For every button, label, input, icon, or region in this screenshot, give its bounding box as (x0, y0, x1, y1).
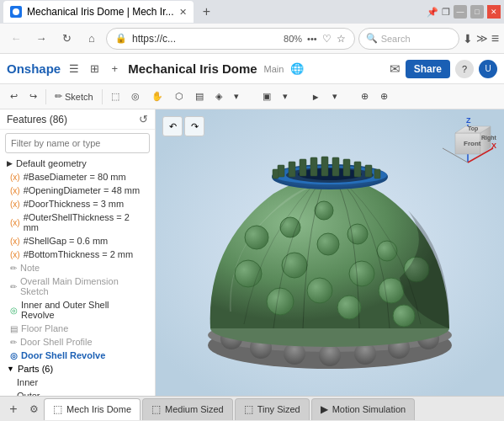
avatar[interactable]: U (479, 60, 497, 78)
svg-rect-34 (310, 157, 317, 176)
new-tab-button[interactable]: + (197, 2, 217, 22)
list-item[interactable]: (x) #OuterShellThickness = 2 mm (0, 210, 155, 234)
app-right-controls: ✉ Share ? U (390, 60, 497, 78)
list-item[interactable]: ◎ Inner and Outer Shell Revolve (0, 298, 155, 322)
grid-menu-icon[interactable]: ⊞ (86, 61, 103, 77)
back-button[interactable]: ← (5, 28, 27, 50)
more-options-button[interactable]: ⚙ (24, 399, 44, 419)
close-button[interactable]: ✕ (487, 5, 501, 19)
extend-icon[interactable]: ≫ (476, 32, 488, 45)
tool-5[interactable]: ▤ (190, 87, 209, 107)
svg-rect-33 (300, 159, 306, 176)
svg-rect-37 (343, 159, 350, 176)
search-placeholder: Search (381, 34, 411, 44)
svg-point-26 (377, 241, 397, 261)
browser-tab[interactable]: Mechanical Iris Dome | Mech Ir... ✕ (3, 1, 194, 23)
reload-button[interactable]: ↻ (56, 28, 77, 50)
parts-group-header[interactable]: ▼ Parts (6) (0, 362, 155, 376)
home-button[interactable]: ⌂ (81, 28, 103, 50)
svg-point-15 (282, 253, 307, 278)
filter-input[interactable] (5, 133, 150, 153)
svg-text:Front: Front (464, 140, 481, 147)
plane-icon: ▤ (10, 324, 18, 333)
address-bar[interactable]: 🔒 https://c... 80% ••• ♡ ☆ (106, 28, 355, 50)
svg-point-24 (315, 201, 333, 220)
rotate-left-btn[interactable]: ↶ (162, 116, 183, 136)
viewport-arrows: ↶ ↷ (162, 116, 204, 136)
help-button[interactable]: ? (455, 60, 474, 78)
list-item[interactable]: (x) #BaseDiameter = 80 mm (0, 170, 155, 184)
list-item[interactable]: ✏ Door Shell Profile (0, 335, 155, 349)
search-bar[interactable]: 🔍 Search (358, 28, 459, 50)
rotate-right-btn[interactable]: ↷ (184, 116, 204, 136)
document-title: Mechanical Iris Dome (128, 61, 257, 76)
tab-title: Mechanical Iris Dome | Mech Ir... (27, 6, 174, 18)
svg-point-23 (393, 305, 415, 327)
restore-icon[interactable]: ❐ (442, 7, 450, 18)
list-item[interactable]: ✏ Note (0, 261, 155, 274)
svg-rect-35 (321, 157, 328, 176)
bottom-tabs: + ⚙ ⬚ Mech Iris Dome ⬚ Medium Sized ⬚ Ti… (0, 396, 504, 421)
url-text: https://c... (132, 33, 279, 45)
tab-mech-iris-dome[interactable]: ⬚ Mech Iris Dome (44, 398, 141, 420)
add-tab-button[interactable]: + (3, 399, 24, 419)
pin-icon[interactable]: 📌 (427, 7, 438, 18)
redo-button[interactable]: ↪ (24, 87, 42, 107)
svg-point-21 (379, 278, 404, 303)
orientation-cube[interactable]: Z X Front Right Top (438, 116, 497, 175)
browser-menu-icon[interactable]: ≡ (491, 31, 499, 46)
branch-icon[interactable]: 🌐 (289, 61, 305, 77)
tab-close-btn[interactable]: ✕ (179, 7, 187, 18)
svg-text:Top: Top (468, 125, 478, 132)
tool-6[interactable]: ◈ (210, 87, 227, 107)
list-item[interactable]: Inner (0, 376, 155, 389)
tool-10[interactable]: ► (306, 87, 326, 107)
add-icon[interactable]: + (106, 61, 123, 77)
list-item[interactable]: (x) #ShellGap = 0.6 mm (0, 234, 155, 248)
feature-list: ▶ Default geometry (x) #BaseDiameter = 8… (0, 157, 155, 396)
tool-9[interactable]: ▾ (278, 87, 305, 107)
tool-3[interactable]: ✋ (146, 87, 168, 107)
3d-viewport[interactable]: Z X Front Right Top ↶ ↷ (156, 109, 504, 396)
minimize-button[interactable]: — (454, 5, 467, 19)
tool-11[interactable]: ▾ (327, 87, 354, 107)
svg-text:Z: Z (466, 116, 471, 125)
svg-rect-32 (289, 162, 295, 177)
maximize-button[interactable]: □ (470, 5, 484, 19)
feature-group-default-geometry[interactable]: ▶ Default geometry (0, 157, 155, 170)
forward-button[interactable]: → (30, 28, 52, 50)
svg-point-7 (319, 344, 341, 366)
svg-text:Right: Right (481, 135, 497, 141)
tool-8[interactable]: ▣ (257, 87, 276, 107)
tool-7[interactable]: ▾ (229, 87, 256, 107)
bookmark-icon[interactable]: ♡ (322, 33, 332, 45)
list-item[interactable]: (x) #DoorThickness = 3 mm (0, 197, 155, 210)
tab-motion-simulation[interactable]: ▶ Motion Simulation (311, 398, 415, 420)
undo-button[interactable]: ↩ (5, 87, 23, 107)
tool-12[interactable]: ⊕ (356, 87, 374, 107)
list-item[interactable]: (x) #BottomThickness = 2 mm (0, 248, 155, 261)
sketch-button[interactable]: ✏ Sketch (50, 87, 98, 107)
share-button[interactable]: Share (406, 60, 450, 78)
tool-13[interactable]: ⊕ (375, 87, 393, 107)
variable-icon: (x) (10, 250, 20, 259)
tab-medium-sized[interactable]: ⬚ Medium Sized (142, 398, 233, 420)
download-icon[interactable]: ⬇ (463, 32, 473, 45)
svg-point-20 (337, 296, 361, 319)
message-icon[interactable]: ✉ (390, 61, 401, 77)
variable-icon: (x) (10, 173, 20, 182)
list-item[interactable]: ▤ Floor Plane (0, 322, 155, 335)
list-item[interactable]: ✏ Overall Main Dimension Sketch (0, 274, 155, 298)
tool-1[interactable]: ⬚ (106, 87, 125, 107)
list-item[interactable]: Outer (0, 389, 155, 396)
star-icon[interactable]: ☆ (337, 33, 346, 45)
tool-4[interactable]: ⬡ (170, 87, 188, 107)
list-item[interactable]: (x) #OpeningDiameter = 48 mm (0, 184, 155, 197)
tab-icon: ⬚ (53, 403, 62, 415)
tool-2[interactable]: ◎ (126, 87, 145, 107)
refresh-icon[interactable]: ↺ (139, 113, 148, 125)
more-options[interactable]: ••• (307, 34, 317, 44)
hamburger-menu-icon[interactable]: ☰ (66, 61, 82, 77)
tab-tiny-sized[interactable]: ⬚ Tiny Sized (235, 398, 310, 420)
list-item-active[interactable]: ◎ Door Shell Revolve (0, 349, 155, 362)
